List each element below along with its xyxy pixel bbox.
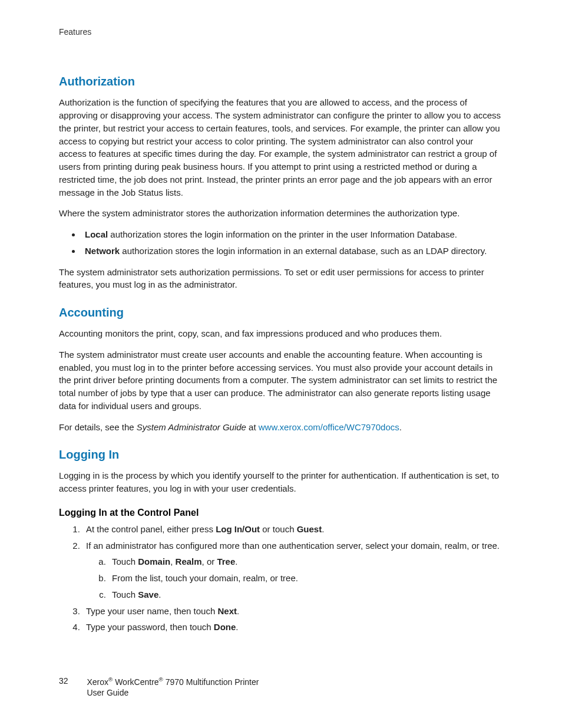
text: Type your user name, then touch [86,606,217,616]
text: Xerox [87,677,108,686]
paragraph: The system administrator sets authorizat… [59,266,503,292]
text: Type your password, then touch [86,622,214,632]
text: at [246,422,259,432]
italic-text: System Administrator Guide [137,422,246,432]
paragraph: The system administrator must create use… [59,348,503,413]
docs-link[interactable]: www.xerox.com/office/WC7970docs [259,422,399,432]
text: , [170,556,175,566]
text: 7970 Multifunction Printer [163,677,259,686]
list-item: If an administrator has configured more … [82,539,503,601]
text: authorization stores the login informati… [108,229,457,239]
product-line: Xerox® WorkCentre® 7970 Multifunction Pr… [87,676,259,699]
text: If an administrator has configured more … [86,541,500,551]
bold-term: Network [85,246,120,256]
list-item: From the list, touch your domain, realm,… [108,572,503,585]
text: or touch [260,524,297,534]
list-item: Touch Domain, Realm, or Tree. [108,555,503,568]
text: . [322,524,324,534]
text: . [235,556,237,566]
text: . [158,589,161,599]
bold-term: Realm [176,556,202,566]
heading-logging-in: Logging In [59,446,503,463]
bullet-list: Local authorization stores the login inf… [59,228,503,258]
alpha-list: Touch Domain, Realm, or Tree. From the l… [86,555,503,601]
bold-term: Log In/Out [216,524,260,534]
text: Touch [112,589,138,599]
list-item: Touch Save. [108,588,503,601]
page-number: 32 [59,676,68,687]
bold-term: Done [214,622,236,632]
numbered-list: At the control panel, either press Log I… [59,523,503,634]
text: For details, see the [59,422,137,432]
document-page: Features Authorization Authorization is … [0,0,562,728]
text: WorkCentre [113,677,158,686]
subheading-control-panel: Logging In at the Control Panel [59,506,503,519]
text: At the control panel, either press [86,524,216,534]
registered-icon: ® [159,676,163,683]
page-footer: 32 Xerox® WorkCentre® 7970 Multifunction… [59,676,259,699]
bold-term: Next [217,606,237,616]
heading-accounting: Accounting [59,304,503,321]
bold-term: Guest [297,524,322,534]
list-item: Local authorization stores the login inf… [81,228,503,241]
heading-authorization: Authorization [59,73,503,90]
list-item: Network authorization stores the login i… [81,245,503,258]
paragraph: For details, see the System Administrato… [59,421,503,434]
text: Touch [112,556,138,566]
bold-term: Tree [217,556,235,566]
text: , or [202,556,217,566]
paragraph: Where the system administrator stores th… [59,207,503,220]
text: . [399,422,402,432]
list-item: Type your user name, then touch Next. [82,605,503,618]
text: . [237,606,239,616]
list-item: At the control panel, either press Log I… [82,523,503,536]
text: User Guide [87,688,128,697]
running-header: Features [59,26,503,38]
list-item: Type your password, then touch Done. [82,621,503,634]
paragraph: Logging in is the process by which you i… [59,469,503,495]
text: . [236,622,238,632]
bold-term: Local [85,229,108,239]
text: authorization stores the login informati… [120,246,487,256]
bold-term: Domain [138,556,170,566]
paragraph: Authorization is the function of specify… [59,96,503,199]
paragraph: Accounting monitors the print, copy, sca… [59,327,503,340]
bold-term: Save [138,589,158,599]
